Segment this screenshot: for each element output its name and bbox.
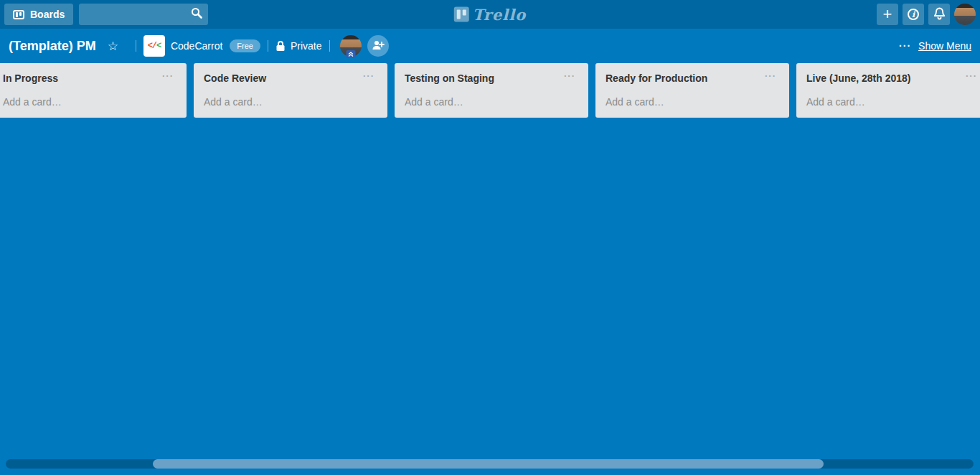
- horizontal-scrollbar-thumb[interactable]: [153, 459, 824, 469]
- trello-logo-icon: [454, 7, 469, 22]
- board-canvas: In Progress ··· Add a card… Code Review …: [0, 63, 980, 118]
- search-box[interactable]: [79, 4, 208, 25]
- board-member-avatar[interactable]: [340, 35, 362, 57]
- add-member-button[interactable]: [367, 35, 389, 57]
- add-card-link[interactable]: Add a card…: [194, 85, 387, 118]
- list-title[interactable]: Testing on Staging: [405, 72, 494, 84]
- add-card-link[interactable]: Add a card…: [595, 85, 789, 118]
- org-button-codecarrot[interactable]: </< CodeCarrot Free: [143, 35, 260, 57]
- org-name: CodeCarrot: [171, 40, 222, 52]
- list-menu-button[interactable]: ···: [561, 67, 578, 84]
- lock-icon: [275, 40, 286, 52]
- list-header: In Progress: [0, 63, 187, 85]
- list-menu-button[interactable]: ···: [762, 67, 779, 84]
- board-header: (Template) PM ☆ </< CodeCarrot Free Priv…: [0, 29, 980, 63]
- list-menu-button[interactable]: ···: [963, 67, 980, 84]
- star-board-button[interactable]: ☆: [108, 40, 118, 52]
- list-ready-for-production: Ready for Production ··· Add a card…: [595, 63, 789, 118]
- board-title[interactable]: (Template) PM: [9, 39, 96, 54]
- list-live: Live (June, 28th 2018) ··· Add a card…: [796, 63, 980, 118]
- list-menu-button[interactable]: ···: [360, 67, 377, 84]
- add-card-link[interactable]: Add a card…: [0, 85, 187, 118]
- boards-icon: [13, 10, 24, 19]
- top-bar-left: Boards: [3, 4, 208, 25]
- list-in-progress: In Progress ··· Add a card…: [0, 63, 187, 118]
- list-header: Testing on Staging: [395, 63, 588, 85]
- lists-row: In Progress ··· Add a card… Code Review …: [0, 63, 980, 118]
- menu-dots-icon: ···: [899, 41, 911, 51]
- list-header: Live (June, 28th 2018): [796, 63, 980, 85]
- user-avatar[interactable]: [954, 4, 976, 25]
- list-title[interactable]: Ready for Production: [606, 72, 707, 84]
- visibility-label: Private: [291, 40, 322, 52]
- list-code-review: Code Review ··· Add a card…: [194, 63, 387, 118]
- boards-button-label: Boards: [30, 9, 65, 20]
- info-button[interactable]: i: [903, 4, 924, 25]
- horizontal-scrollbar-track[interactable]: [6, 459, 974, 469]
- board-header-right: ··· Show Menu: [899, 40, 971, 52]
- list-header: Code Review: [194, 63, 387, 85]
- top-bar: Boards Trello + i: [0, 0, 980, 29]
- trello-logo[interactable]: Trello: [454, 6, 527, 24]
- search-icon[interactable]: [191, 7, 202, 22]
- header-divider: [268, 40, 268, 52]
- list-header: Ready for Production: [595, 63, 789, 85]
- list-testing-on-staging: Testing on Staging ··· Add a card…: [395, 63, 588, 118]
- list-title[interactable]: In Progress: [3, 72, 58, 84]
- list-title[interactable]: Live (June, 28th 2018): [806, 72, 911, 84]
- header-divider: [136, 40, 136, 52]
- notifications-button[interactable]: [928, 4, 950, 25]
- top-bar-right: + i: [877, 4, 977, 25]
- plus-icon: +: [883, 6, 892, 22]
- boards-button[interactable]: Boards: [4, 4, 73, 25]
- codecarrot-logo-icon: </<: [143, 35, 165, 57]
- list-title[interactable]: Code Review: [204, 72, 266, 84]
- search-input[interactable]: [86, 9, 191, 20]
- info-icon: i: [908, 9, 919, 20]
- add-button[interactable]: +: [877, 4, 898, 25]
- star-icon: ☆: [108, 39, 118, 53]
- plan-badge: Free: [230, 39, 260, 52]
- add-card-link[interactable]: Add a card…: [395, 85, 588, 118]
- trello-logo-text: Trello: [473, 6, 527, 24]
- add-person-icon: [372, 39, 385, 53]
- bell-icon: [933, 7, 946, 22]
- visibility-button[interactable]: Private: [275, 40, 322, 52]
- add-card-link[interactable]: Add a card…: [796, 85, 980, 118]
- header-divider: [329, 40, 330, 52]
- member-admin-badge-icon: [346, 50, 355, 58]
- show-menu-button[interactable]: Show Menu: [918, 40, 971, 52]
- list-menu-button[interactable]: ···: [159, 67, 176, 84]
